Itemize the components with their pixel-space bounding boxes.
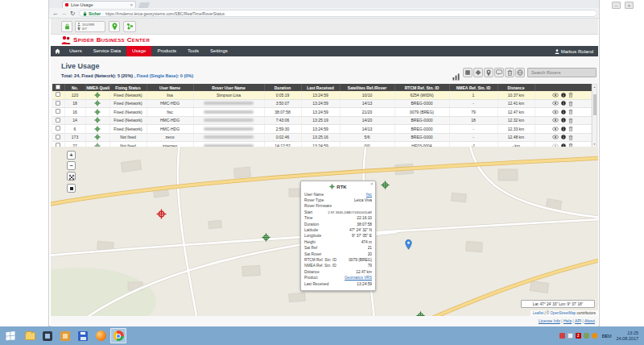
footer-link[interactable]: API xyxy=(575,318,581,323)
trash-icon[interactable] xyxy=(568,135,573,140)
rover-marker-red[interactable] xyxy=(156,206,167,221)
summary-single-base-link[interactable]: Fixed (Single Base): 0 (0%) xyxy=(137,73,193,78)
tab-close-icon[interactable]: × xyxy=(130,2,133,7)
view-on-map-icon[interactable] xyxy=(552,110,559,114)
trash-icon[interactable] xyxy=(568,118,573,123)
nav-item-products[interactable]: Products xyxy=(151,46,182,56)
taskbar-firefox[interactable] xyxy=(93,328,109,343)
taskbar-chrome[interactable] xyxy=(110,328,126,343)
close-icon[interactable]: × xyxy=(625,2,634,9)
table-row[interactable]: 120 Fixed (Network) lisa Simpson Lisa 0:… xyxy=(52,91,591,99)
trash-icon[interactable] xyxy=(568,101,573,106)
popup-user-link[interactable]: fisc xyxy=(366,192,372,197)
select-all-checkbox[interactable] xyxy=(56,85,60,89)
zoom-in-button[interactable]: + xyxy=(67,151,76,160)
network-button[interactable] xyxy=(123,21,136,32)
taskbar-file-explorer[interactable] xyxy=(22,328,38,343)
stop-button[interactable] xyxy=(67,184,76,193)
nav-item-service-data[interactable]: Service Data xyxy=(88,46,126,56)
zoom-out-button[interactable]: − xyxy=(67,161,76,170)
tray-icon[interactable] xyxy=(568,333,573,339)
row-checkbox[interactable] xyxy=(56,109,60,114)
message-button[interactable] xyxy=(494,68,504,77)
popup-product-link[interactable]: Geomatics VRS xyxy=(345,275,372,281)
view-on-map-icon[interactable] xyxy=(552,101,559,106)
footer-link[interactable]: About xyxy=(584,318,595,323)
account-menu[interactable]: Markus Roland xyxy=(550,46,598,56)
popup-close-icon[interactable]: × xyxy=(370,182,373,187)
table-row[interactable]: 173 Not fixed zeno 0:02:46 13:25:16 5/6 … xyxy=(52,133,591,142)
forward-button[interactable]: → xyxy=(61,9,68,18)
taskbar-app-dark[interactable] xyxy=(39,328,56,343)
reload-button[interactable]: ↻ xyxy=(70,9,75,18)
statistics-button[interactable] xyxy=(452,69,460,84)
new-tab-button[interactable] xyxy=(138,2,150,8)
trash-icon[interactable] xyxy=(568,109,573,114)
view-on-map-icon[interactable] xyxy=(552,135,559,139)
info-icon[interactable] xyxy=(561,101,566,106)
cell-rtcm-ref: BREG-0000 xyxy=(394,116,449,125)
stop-tracking-button[interactable] xyxy=(463,68,473,77)
window-controls[interactable]: – × xyxy=(612,2,634,9)
license-lock-button[interactable] xyxy=(61,21,72,32)
start-button[interactable] xyxy=(0,326,21,345)
info-icon[interactable] xyxy=(561,127,566,131)
table-row[interactable]: 16 Fixed (Network) fisc 38:07:58 13:24:5… xyxy=(52,108,591,117)
reference-station-marker[interactable] xyxy=(405,237,412,251)
table-scrollbar[interactable]: ▲ ▼ xyxy=(592,84,597,148)
row-checkbox[interactable] xyxy=(56,126,60,131)
info-icon[interactable] xyxy=(561,93,566,98)
nav-home-button[interactable] xyxy=(51,46,64,56)
rover-marker-green[interactable] xyxy=(262,230,270,244)
row-checkbox[interactable] xyxy=(56,92,60,97)
clock[interactable]: 13:25 24.08.2017 xyxy=(616,330,638,341)
tray-icon[interactable] xyxy=(584,333,589,339)
popup-row: Start2.97.3345,DMDY1650011dR xyxy=(304,210,372,215)
export-button[interactable] xyxy=(515,68,525,77)
scroll-up-icon[interactable]: ▲ xyxy=(592,85,597,90)
trash-icon[interactable] xyxy=(568,92,573,98)
fullscreen-button[interactable] xyxy=(67,172,76,181)
footer-link[interactable]: Help xyxy=(564,318,572,323)
taskbar-app-orange[interactable] xyxy=(57,328,73,343)
system-tray: 2 DEU 13:25 24.08.2017 xyxy=(559,330,644,341)
row-checkbox[interactable] xyxy=(56,135,60,139)
search-input[interactable] xyxy=(527,68,597,77)
info-icon[interactable] xyxy=(561,110,566,114)
table-row[interactable]: 6 Fixed (Network) HMC-HDG 2:59:30 13:24:… xyxy=(52,125,591,134)
language-indicator[interactable]: DEU xyxy=(602,334,612,339)
nav-item-users[interactable]: Users xyxy=(64,46,88,56)
positioning-button[interactable] xyxy=(109,21,120,32)
info-icon[interactable] xyxy=(561,135,566,139)
table-row[interactable]: 14 Fixed (Network) HMC-HDG 7:43:06 13:25… xyxy=(52,116,591,125)
info-icon[interactable] xyxy=(561,118,566,123)
tray-icon[interactable] xyxy=(592,333,597,339)
table-row[interactable]: 18 Fixed (Network) HMC-HDG 3:50:07 13:24… xyxy=(52,99,591,108)
scrollbar-thumb[interactable] xyxy=(593,94,597,115)
osm-link[interactable]: OpenStreetMap xyxy=(550,311,576,315)
leaflet-link[interactable]: Leaflet xyxy=(533,311,544,315)
marker-style-button[interactable] xyxy=(473,68,483,77)
row-checkbox[interactable] xyxy=(56,118,60,123)
nav-item-tools[interactable]: Tools xyxy=(182,46,204,56)
tray-icon[interactable] xyxy=(559,333,565,339)
nav-item-settings[interactable]: Settings xyxy=(204,46,233,56)
rover-marker-green[interactable] xyxy=(381,177,390,192)
taskbar-save-app[interactable] xyxy=(75,328,91,343)
view-on-map-icon[interactable] xyxy=(552,118,559,123)
nav-item-usage[interactable]: Usage xyxy=(126,46,151,56)
delete-button[interactable] xyxy=(505,68,514,77)
row-checkbox[interactable] xyxy=(56,101,60,106)
show-on-map-button[interactable] xyxy=(484,68,493,77)
footer-link[interactable]: License Info xyxy=(539,318,560,323)
view-on-map-icon[interactable] xyxy=(552,127,559,131)
browser-tab[interactable]: Live Usage × xyxy=(62,1,136,8)
trash-icon[interactable] xyxy=(568,126,573,131)
map[interactable]: + − xyxy=(51,147,598,316)
view-on-map-icon[interactable] xyxy=(552,93,559,98)
minimize-icon[interactable]: – xyxy=(612,2,621,9)
address-bar[interactable]: Sicher | https://hrsdemo.leica-geosystem… xyxy=(79,10,597,17)
back-button[interactable]: ← xyxy=(52,9,59,18)
rover-marker-green[interactable] xyxy=(416,308,425,316)
tray-icon[interactable]: 2 xyxy=(576,333,581,339)
